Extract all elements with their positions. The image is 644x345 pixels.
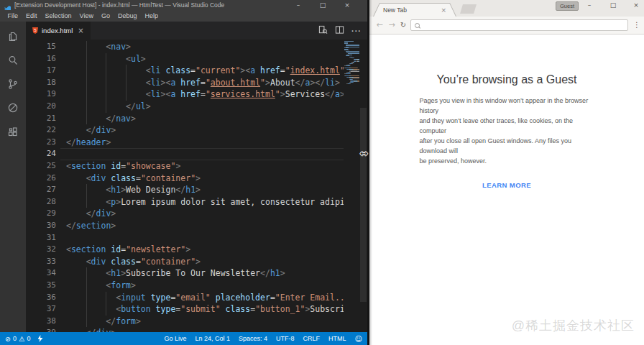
guest-page-title: You’re browsing as a Guest [369,34,644,86]
source-control-icon[interactable] [7,78,19,90]
menu-item-help[interactable]: Help [141,12,162,19]
line-number: 22 [26,124,56,137]
status-item-go-live[interactable]: Go Live [160,335,190,342]
guest-info-line: after you close all open Guest windows. … [420,136,594,156]
address-bar[interactable] [410,19,628,31]
tab-index-html[interactable]: 5 index.html × [26,22,91,40]
code-line[interactable]: <p>Lorem ipsum dolor sit amet, consectet… [66,196,344,208]
open-preview-icon[interactable] [318,24,328,37]
status-item-ln-24-col-1[interactable]: Ln 24, Col 1 [190,335,234,342]
minimap[interactable] [344,40,359,332]
forward-icon[interactable]: → [386,17,397,34]
menu-bar: FileEditSelectionViewGoDebugHelp [0,10,367,22]
menu-item-selection[interactable]: Selection [41,12,75,19]
search-icon[interactable] [7,55,19,66]
status-right: Go LiveLn 24, Col 1Spaces: 4UTF-8CRLFHTM… [160,335,354,342]
tab-close-icon[interactable]: × [78,27,83,34]
line-number: 38 [26,316,56,328]
guest-info-line: be preserved, however. [420,156,594,166]
code-line[interactable]: <li><a href="services.html">Services</a> [66,88,344,101]
line-number: 34 [26,267,56,280]
line-number: 33 [26,256,56,268]
vscode-logo-icon [4,2,11,9]
code-line[interactable]: <h1>Web Design</h1> [66,184,344,196]
code-line[interactable]: <input type="email" placeholder="Enter E… [66,292,344,304]
maximize-button[interactable]: □ [315,0,331,10]
code-line[interactable]: </div> [66,124,344,137]
menu-item-go[interactable]: Go [97,12,114,19]
code-line[interactable]: </nav> [66,113,344,125]
code-line[interactable]: <button type="submit" class="button_1">S… [66,303,344,316]
code-line[interactable]: <h1>Subscribe To Our Newsletter</h1> [66,267,344,280]
browser-menu-icon[interactable]: ⋮ [632,17,642,34]
more-actions-icon[interactable]: ··· [351,27,362,34]
browser-maximize-button[interactable]: □ [607,0,620,10]
line-number: 35 [26,280,56,292]
code-line[interactable]: </section> [66,220,344,232]
code-line[interactable]: </header> [66,137,344,149]
code-line[interactable]: </form> [66,316,344,328]
status-bar: ⊘ 0 ⚠ 0 Go LiveLn 24, Col 1Spaces: 4UTF-… [0,332,367,345]
window-title: [Extension Development Host] - index.htm… [14,0,224,10]
menu-item-view[interactable]: View [75,12,97,19]
warning-count: 0 [27,335,31,342]
watermark: @稀土掘金技术社区 [512,317,635,334]
extensions-icon[interactable] [7,126,19,138]
reload-icon[interactable]: ↻ [397,17,409,34]
browser-tab[interactable]: New Tab × [373,3,456,17]
editor-tab-bar: 5 index.html × ··· [26,22,367,40]
browser-minimize-button[interactable]: – [583,0,596,10]
browser-tab-title: New Tab [383,6,441,14]
window-divider[interactable] [367,0,369,345]
line-number: 28 [26,196,56,208]
editor-actions: ··· [318,22,362,40]
line-number: 32 [26,244,56,256]
vscode-titlebar[interactable]: [Extension Development Host] - index.htm… [0,0,367,10]
debug-icon[interactable] [7,102,19,114]
status-item-html[interactable]: HTML [324,335,351,342]
close-button[interactable]: × [339,0,355,10]
code-line[interactable]: <div class="container"> [66,256,344,268]
menu-item-edit[interactable]: Edit [22,12,42,19]
code-line[interactable] [66,232,344,244]
back-icon[interactable]: ← [374,17,385,34]
browser-close-button[interactable]: × [630,0,643,10]
tab-label: index.html [42,27,73,34]
code-line[interactable]: </ul> [66,101,344,113]
code-line[interactable]: <section id="showcase"> [66,160,344,172]
code-editor[interactable]: 1516171819202122232425262728293031323334… [26,40,367,332]
code-line[interactable]: <section id="newsletter"> [66,244,344,256]
new-tab-button[interactable] [460,4,477,14]
current-line-highlight [60,148,344,160]
code-line[interactable]: <nav> [66,41,344,53]
line-number: 25 [26,160,56,172]
line-number: 15 [26,41,56,53]
browser-tab-close-icon[interactable]: × [441,6,446,14]
learn-more-link[interactable]: LEARN MORE [369,181,644,189]
editor-scrollbar[interactable] [360,108,367,302]
code-line[interactable]: <li><a href="about.html">About</a></li> [66,77,344,89]
feedback-smiley-icon[interactable]: ☺ [355,335,367,343]
code-line[interactable]: <div class="container"> [66,172,344,185]
status-item-crlf[interactable]: CRLF [299,335,325,342]
line-number: 39 [26,327,56,332]
explorer-icon[interactable] [7,31,19,42]
code-line[interactable]: </div> [66,327,344,332]
guest-profile-badge[interactable]: Guest [556,1,579,11]
code-line[interactable]: </div> [66,208,344,220]
code-line[interactable]: <li class="current"><a href="index.html" [66,65,344,77]
lightning-icon[interactable] [38,335,43,342]
status-item-utf-8[interactable]: UTF-8 [272,335,299,342]
problems-indicator[interactable]: ⊘ 0 ⚠ 0 [0,335,43,343]
screen: [Extension Development Host] - index.htm… [0,0,644,345]
status-item-spaces-4[interactable]: Spaces: 4 [234,335,272,342]
menu-item-file[interactable]: File [4,12,22,19]
code-line[interactable]: <form> [66,280,344,292]
code-line[interactable]: <ul> [66,53,344,65]
guest-info-line: Pages you view in this window won’t appe… [420,96,594,116]
split-editor-icon[interactable] [335,24,344,37]
line-number: 23 [26,137,56,149]
minimize-button[interactable]: – [290,0,306,10]
activity-bar [0,22,26,332]
menu-item-debug[interactable]: Debug [114,12,141,19]
